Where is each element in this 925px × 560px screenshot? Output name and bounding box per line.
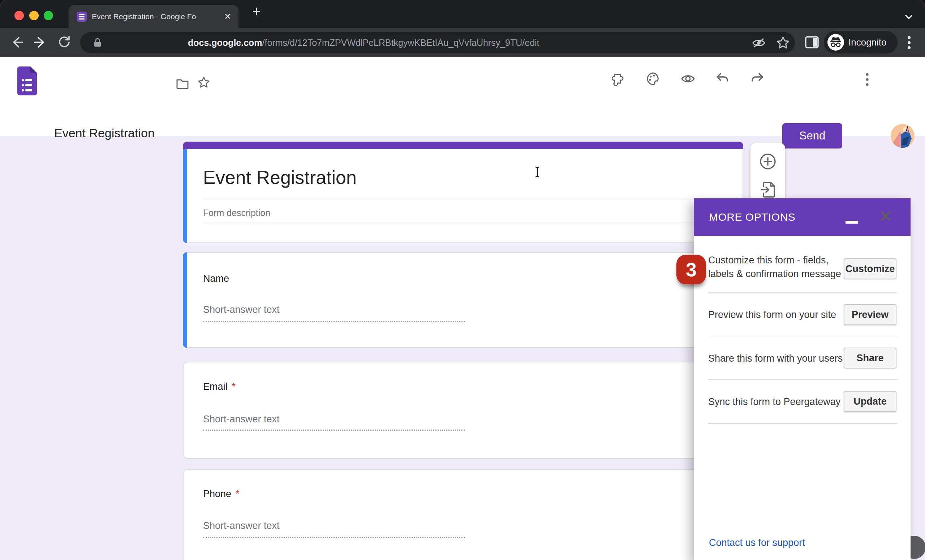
question-label[interactable]: Email* bbox=[203, 381, 236, 392]
macos-close-button[interactable] bbox=[14, 11, 24, 20]
browser-tab[interactable]: Event Registration - Google Fo ✕ bbox=[69, 5, 238, 28]
browser-window: Event Registration - Google Fo ✕ + docs.… bbox=[0, 0, 925, 560]
form-description-input[interactable]: Form description bbox=[203, 208, 270, 218]
selected-card-indicator bbox=[183, 252, 187, 348]
url-domain: docs.google.com bbox=[188, 38, 262, 48]
star-icon[interactable] bbox=[197, 76, 211, 90]
tab-strip: Event Registration - Google Fo ✕ + bbox=[0, 0, 925, 28]
reload-icon[interactable] bbox=[56, 34, 72, 51]
google-forms-logo-icon[interactable] bbox=[17, 66, 37, 95]
required-asterisk: * bbox=[236, 488, 240, 499]
customize-row-text: Customize this form - fields, labels & c… bbox=[708, 253, 853, 281]
tab-search-chevron-icon[interactable] bbox=[902, 11, 916, 23]
add-ons-puzzle-icon[interactable] bbox=[612, 72, 626, 86]
answer-placeholder: Short-answer text bbox=[203, 520, 280, 531]
lock-icon bbox=[92, 37, 102, 48]
side-panel-icon[interactable] bbox=[804, 35, 820, 49]
back-icon[interactable] bbox=[9, 34, 24, 51]
url-path: /forms/d/12To7mZPVWdlPeLRBtkgywKBEtIAu_q… bbox=[262, 38, 539, 48]
title-underline bbox=[203, 199, 724, 199]
sync-row-text: Sync this form to Peergateway bbox=[708, 395, 853, 409]
answer-underline bbox=[203, 537, 465, 538]
theme-color-bar bbox=[183, 142, 743, 149]
answer-underline bbox=[203, 321, 465, 322]
incognito-badge: Incognito bbox=[824, 31, 898, 53]
browser-toolbar: docs.google.com/forms/d/12To7mZPVWdlPeLR… bbox=[0, 28, 925, 57]
preview-eye-icon[interactable] bbox=[681, 73, 695, 84]
move-folder-icon[interactable] bbox=[176, 77, 189, 90]
text-cursor bbox=[533, 166, 541, 178]
selected-card-indicator bbox=[183, 149, 187, 243]
form-title-input[interactable]: Event Registration bbox=[203, 167, 357, 188]
divider bbox=[708, 379, 898, 380]
question-label[interactable]: Phone* bbox=[203, 488, 240, 500]
incognito-label: Incognito bbox=[848, 31, 887, 53]
bookmark-star-icon[interactable] bbox=[776, 35, 791, 51]
url-text: docs.google.com/forms/d/12To7mZPVWdlPeLR… bbox=[188, 32, 539, 53]
send-button-label: Send bbox=[799, 129, 825, 142]
forms-header: Event Registration Send bbox=[0, 57, 925, 136]
more-options-panel: MORE OPTIONS Customize this form - field… bbox=[694, 198, 911, 560]
url-bar[interactable]: docs.google.com/forms/d/12To7mZPVWdlPeLR… bbox=[80, 32, 795, 53]
eye-slash-icon[interactable] bbox=[751, 36, 767, 50]
more-menu-icon[interactable] bbox=[863, 72, 871, 87]
description-underline bbox=[203, 223, 724, 223]
new-tab-button[interactable]: + bbox=[248, 3, 265, 20]
theme-palette-icon[interactable] bbox=[646, 72, 660, 86]
import-questions-icon[interactable] bbox=[760, 181, 776, 198]
tab-close-icon[interactable]: ✕ bbox=[222, 11, 234, 23]
question-card-phone[interactable]: Phone* Short-answer text bbox=[183, 469, 743, 560]
answer-placeholder: Short-answer text bbox=[203, 304, 280, 315]
question-toolbar bbox=[750, 143, 785, 203]
question-card-name[interactable]: Name Short-answer text bbox=[183, 252, 743, 348]
forward-icon[interactable] bbox=[33, 34, 48, 51]
document-title[interactable]: Event Registration bbox=[54, 126, 155, 140]
tab-title: Event Registration - Google Fo bbox=[92, 5, 219, 28]
divider bbox=[708, 336, 898, 336]
divider bbox=[708, 292, 898, 293]
macos-zoom-button[interactable] bbox=[44, 11, 53, 20]
incognito-icon bbox=[827, 34, 844, 51]
undo-icon[interactable] bbox=[716, 72, 730, 85]
preview-button[interactable]: Preview bbox=[844, 304, 896, 325]
required-asterisk: * bbox=[232, 381, 236, 392]
more-options-header: MORE OPTIONS bbox=[694, 198, 911, 236]
question-card-email[interactable]: Email* Short-answer text bbox=[183, 362, 743, 459]
add-question-icon[interactable] bbox=[759, 153, 776, 170]
share-row-text: Share this form with your users bbox=[708, 352, 853, 365]
share-button[interactable]: Share bbox=[844, 348, 896, 369]
macos-minimize-button[interactable] bbox=[29, 11, 39, 20]
customize-button[interactable]: Customize bbox=[844, 258, 896, 279]
preview-row-text: Preview this form on your site bbox=[708, 308, 853, 322]
question-label[interactable]: Name bbox=[203, 273, 229, 285]
answer-placeholder: Short-answer text bbox=[203, 414, 280, 425]
step-badge: 3 bbox=[676, 255, 706, 285]
answer-underline bbox=[203, 430, 465, 431]
minimize-icon[interactable] bbox=[845, 221, 858, 224]
account-avatar[interactable] bbox=[891, 124, 914, 148]
send-button[interactable]: Send bbox=[782, 123, 842, 149]
browser-menu-icon[interactable] bbox=[905, 35, 913, 51]
close-icon[interactable] bbox=[880, 210, 892, 222]
update-button[interactable]: Update bbox=[844, 391, 896, 412]
contact-support-link[interactable]: Contact us for support bbox=[709, 537, 805, 548]
form-title-card[interactable]: Event Registration Form description bbox=[183, 142, 743, 243]
divider bbox=[708, 423, 898, 424]
more-options-title: MORE OPTIONS bbox=[709, 198, 795, 236]
redo-icon[interactable] bbox=[750, 72, 764, 85]
google-forms-favicon-icon bbox=[77, 12, 87, 22]
